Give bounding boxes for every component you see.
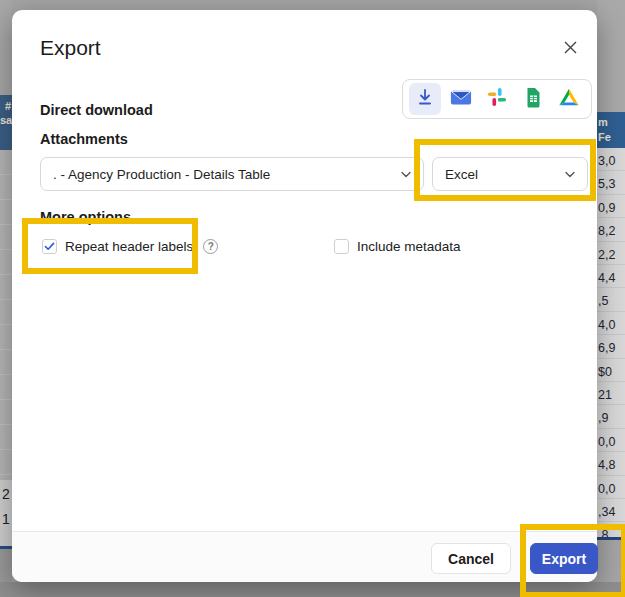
table-cell-fragment: 4,4 (598, 267, 625, 290)
destination-google-drive[interactable] (553, 83, 585, 115)
export-button[interactable]: Export (530, 543, 598, 574)
table-cell-fragment: 8,2 (598, 220, 625, 243)
background-right-values: 3,05,30,98,22,24,4,54,06,9$021,90,04,80,… (597, 0, 625, 540)
cancel-button[interactable]: Cancel (431, 543, 511, 574)
slack-icon (487, 87, 507, 111)
table-cell-fragment: 21 (598, 384, 625, 407)
table-cell-fragment: 5,3 (598, 173, 625, 196)
background-left-column-header: # sa (0, 95, 12, 150)
table-cell-fragment: ,5 (598, 290, 625, 313)
background-left-rows (0, 150, 12, 480)
destination-direct-download[interactable] (409, 83, 441, 115)
background-table-left-strip: # sa 2 1 (0, 0, 12, 597)
chevron-down-icon (401, 171, 411, 178)
table-cell-fragment: 2,2 (598, 244, 625, 267)
attachment-format-value: Excel (445, 167, 559, 182)
backdrop-bottom-band (12, 582, 597, 597)
header-fragment: # (0, 99, 11, 113)
help-icon[interactable] (203, 239, 218, 254)
table-cell-fragment: ,34 (598, 501, 625, 524)
google-drive-icon (558, 87, 580, 111)
attachment-format-dropdown[interactable]: Excel (432, 157, 588, 191)
close-button[interactable] (555, 34, 585, 64)
email-icon (450, 89, 472, 110)
table-cell-fragment: 4,8 (598, 454, 625, 477)
table-cell-fragment: 4,0 (598, 314, 625, 337)
background-left-top (0, 0, 12, 95)
dialog-footer: Cancel Export (12, 531, 597, 582)
more-options-label: More options (40, 209, 131, 225)
checkbox-label: Repeat header labels (65, 239, 193, 254)
background-left-footer (0, 582, 12, 597)
background-right-footer (597, 582, 625, 597)
table-cell-fragment: 0,0 (598, 478, 625, 501)
table-cell-fragment: ,9 (598, 407, 625, 430)
checkbox-repeat-header-labels[interactable]: Repeat header labels (42, 238, 218, 254)
table-cell-fragment: 0,0 (598, 431, 625, 454)
checkbox-label: Include metadata (357, 239, 461, 254)
header-fragment: sa (0, 113, 11, 127)
background-right-below-table (597, 540, 625, 582)
background-left-below-table (0, 549, 12, 582)
direct-download-label: Direct download (40, 90, 153, 130)
background-table-right-strip: m Fe 3,05,30,98,22,24,4,54,06,9$021,90,0… (597, 0, 625, 597)
table-cell-fragment: 0,9 (598, 197, 625, 220)
table-cell-fragment: $0 (598, 361, 625, 384)
close-icon (563, 40, 578, 59)
destination-slack[interactable] (481, 83, 513, 115)
dialog-title: Export (40, 36, 101, 60)
checkbox-include-metadata[interactable]: Include metadata (334, 238, 461, 254)
checkbox-unchecked-icon (334, 239, 349, 254)
checkbox-checked-icon (42, 239, 57, 254)
export-destination-group (402, 79, 592, 119)
destination-google-sheets[interactable] (517, 83, 549, 115)
table-cell-fragment: 6,9 (598, 337, 625, 360)
screen: # sa 2 1 m Fe 3,05,30,98,22,24,4,54,06,9… (0, 0, 625, 597)
attachment-source-value: . - Agency Production - Details Table (53, 167, 395, 182)
export-dialog: Export Direct download (12, 10, 597, 582)
attachment-source-dropdown[interactable]: . - Agency Production - Details Table (40, 157, 424, 191)
chevron-down-icon (565, 171, 575, 178)
destination-email[interactable] (445, 83, 477, 115)
google-sheets-icon (524, 87, 542, 112)
table-cell-fragment: 3,0 (598, 150, 625, 173)
attachments-label: Attachments (40, 131, 128, 147)
download-icon (415, 87, 435, 111)
